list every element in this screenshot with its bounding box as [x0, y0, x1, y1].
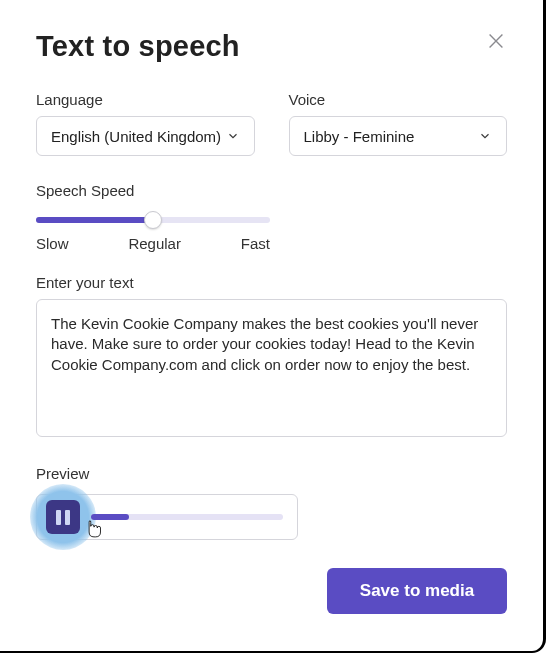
speed-label: Speech Speed: [36, 182, 507, 199]
speed-tick-fast: Fast: [241, 235, 270, 252]
pause-icon: [56, 510, 70, 525]
chevron-down-icon: [226, 129, 240, 143]
chevron-down-icon: [478, 129, 492, 143]
speech-text-input[interactable]: [36, 299, 507, 437]
preview-progress-fill: [91, 514, 129, 520]
voice-label: Voice: [289, 91, 508, 108]
language-select[interactable]: English (United Kingdom): [36, 116, 255, 156]
pointer-cursor-icon: [81, 519, 107, 545]
speed-tick-regular: Regular: [128, 235, 181, 252]
preview-progress-track[interactable]: [91, 514, 283, 520]
dialog-title: Text to speech: [36, 30, 240, 63]
language-value: English (United Kingdom): [51, 128, 221, 145]
preview-label: Preview: [36, 465, 507, 482]
speed-tick-slow: Slow: [36, 235, 69, 252]
textarea-label: Enter your text: [36, 274, 507, 291]
speed-slider[interactable]: [36, 217, 270, 223]
speed-slider-thumb[interactable]: [144, 211, 162, 229]
voice-select[interactable]: Libby - Feminine: [289, 116, 508, 156]
play-pause-button[interactable]: [46, 500, 80, 534]
voice-value: Libby - Feminine: [304, 128, 415, 145]
speed-slider-fill: [36, 217, 153, 223]
preview-player: [36, 494, 298, 540]
language-label: Language: [36, 91, 255, 108]
save-to-media-button[interactable]: Save to media: [327, 568, 507, 614]
close-icon[interactable]: [485, 30, 507, 52]
